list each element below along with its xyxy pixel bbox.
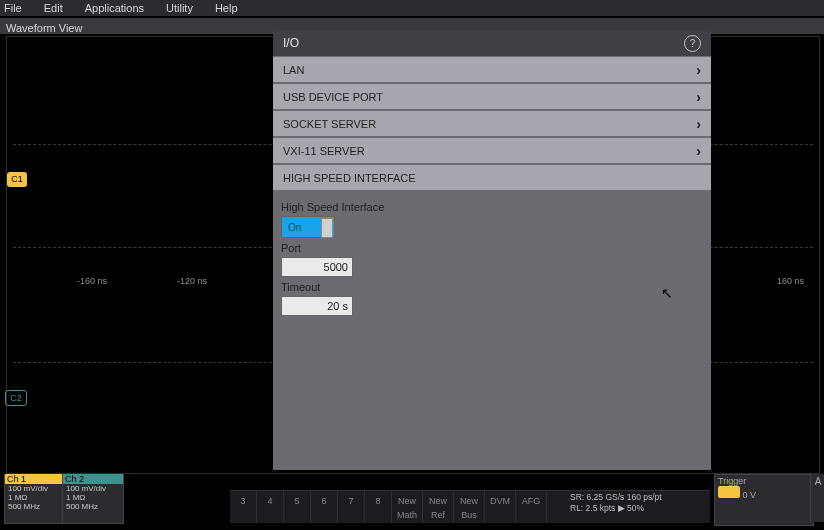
time-tick: -120 ns: [177, 276, 207, 286]
io-panel-header: I/O ?: [273, 30, 711, 56]
acquisition-stats: SR: 6.25 GS/s 160 ps/pt RL: 2.5 kpts ▶ 5…: [570, 492, 662, 514]
row-lan[interactable]: LAN ›: [273, 56, 711, 83]
hsi-label: High Speed Interface: [281, 201, 703, 213]
stat-line: RL: 2.5 kpts ▶ 50%: [570, 503, 662, 514]
chevron-right-icon: ›: [696, 62, 701, 78]
a-tile[interactable]: A: [810, 474, 824, 522]
slot-7[interactable]: 7: [338, 492, 365, 522]
ch1-line: 100 mV/div: [8, 484, 62, 493]
row-vxi11-server[interactable]: VXI-11 SERVER ›: [273, 137, 711, 164]
timeout-input[interactable]: 20 s: [281, 296, 353, 316]
slot-6[interactable]: 6: [311, 492, 338, 522]
high-speed-interface-section: High Speed Interface On Port 5000 Timeou…: [273, 191, 711, 322]
time-tick: 160 ns: [777, 276, 804, 286]
menu-help[interactable]: Help: [215, 2, 238, 14]
menu-edit[interactable]: Edit: [44, 2, 63, 14]
chevron-right-icon: ›: [696, 89, 701, 105]
io-panel: I/O ? LAN › USB DEVICE PORT › SOCKET SER…: [273, 30, 711, 470]
new-ref-button[interactable]: New Ref: [423, 492, 454, 522]
row-usb-device-port[interactable]: USB DEVICE PORT ›: [273, 83, 711, 110]
slot-4[interactable]: 4: [257, 492, 284, 522]
chevron-right-icon: ›: [696, 143, 701, 159]
hsi-toggle[interactable]: On: [281, 216, 335, 238]
channel-1-badge[interactable]: C1: [7, 172, 27, 187]
menu-utility[interactable]: Utility: [166, 2, 193, 14]
menu-applications[interactable]: Applications: [85, 2, 144, 14]
channel-1-tile[interactable]: Ch 1 100 mV/div 1 MΩ 500 MHz: [4, 474, 66, 524]
ch1-line: 1 MΩ: [8, 493, 62, 502]
row-label: HIGH SPEED INTERFACE: [283, 172, 416, 184]
new-bus-button[interactable]: New Bus: [454, 492, 485, 522]
trigger-label: Trigger: [718, 476, 810, 486]
port-label: Port: [281, 242, 703, 254]
row-label: VXI-11 SERVER: [283, 145, 365, 157]
help-icon[interactable]: ?: [684, 35, 701, 52]
slot-3[interactable]: 3: [230, 492, 257, 522]
time-tick: -160 ns: [77, 276, 107, 286]
row-label: SOCKET SERVER: [283, 118, 376, 130]
ch1-line: 500 MHz: [8, 502, 62, 511]
afg-button[interactable]: AFG: [516, 492, 547, 522]
toggle-knob: [321, 218, 333, 238]
channel-2-tile[interactable]: Ch 2 100 mV/div 1 MΩ 500 MHz: [62, 474, 124, 524]
menubar: File Edit Applications Utility Help: [0, 0, 824, 16]
row-high-speed-interface[interactable]: HIGH SPEED INTERFACE: [273, 164, 711, 191]
dvm-button[interactable]: DVM: [485, 492, 516, 522]
new-math-button[interactable]: New Math: [392, 492, 423, 522]
slot-8[interactable]: 8: [365, 492, 392, 522]
menu-file[interactable]: File: [4, 2, 22, 14]
trigger-badge: [718, 486, 740, 498]
io-panel-title: I/O: [283, 36, 299, 50]
ch2-line: 1 MΩ: [66, 493, 120, 502]
chevron-right-icon: ›: [696, 116, 701, 132]
port-input[interactable]: 5000: [281, 257, 353, 277]
ch2-line: 100 mV/div: [66, 484, 120, 493]
toggle-state: On: [288, 222, 301, 233]
row-label: USB DEVICE PORT: [283, 91, 383, 103]
stat-line: SR: 6.25 GS/s 160 ps/pt: [570, 492, 662, 503]
channel-2-header: Ch 2: [63, 474, 123, 484]
timeout-label: Timeout: [281, 281, 703, 293]
window-title: Waveform View: [0, 22, 82, 34]
row-socket-server[interactable]: SOCKET SERVER ›: [273, 110, 711, 137]
row-label: LAN: [283, 64, 304, 76]
trigger-value: 0 V: [743, 490, 757, 500]
channel-2-badge[interactable]: C2: [5, 390, 27, 406]
trigger-tile[interactable]: Trigger 0 V: [714, 474, 814, 526]
ch2-line: 500 MHz: [66, 502, 120, 511]
slot-5[interactable]: 5: [284, 492, 311, 522]
channel-1-header: Ch 1: [5, 474, 65, 484]
